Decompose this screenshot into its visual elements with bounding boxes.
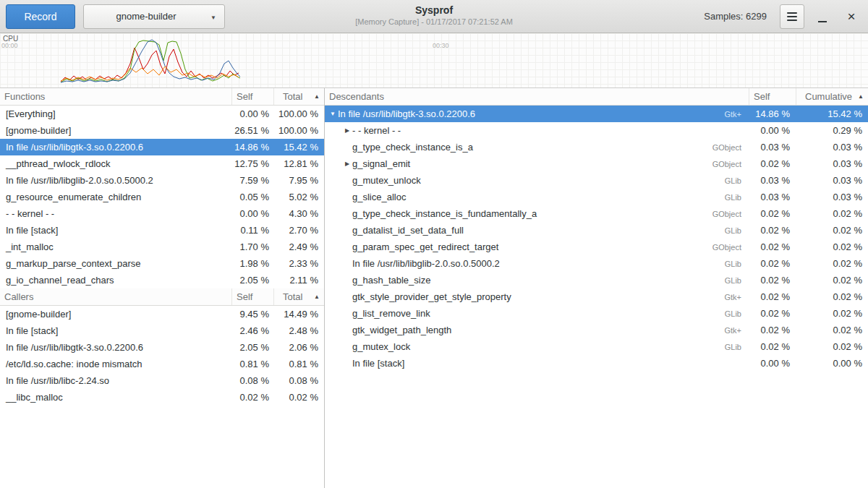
cell-category-label: GLib (698, 309, 749, 318)
cell-function-name: g_markup_parse_context_parse (0, 258, 231, 269)
descendants-table-row[interactable]: g_type_check_instance_is_aGObject0.03 %0… (325, 139, 868, 155)
expander-collapsed-icon[interactable]: ▶ (342, 160, 352, 167)
callers-table-row[interactable]: In file /usr/lib/libc-2.24.so0.08 %0.08 … (0, 372, 324, 389)
column-header-self[interactable]: Self (231, 88, 273, 105)
descendants-table-row[interactable]: g_param_spec_get_redirect_targetGObject0… (325, 239, 868, 255)
column-header-callers[interactable]: Callers (0, 288, 231, 305)
cell-descendant-name: g_type_check_instance_is_fundamentally_a (352, 208, 537, 219)
descendants-table-row[interactable]: g_mutex_lockGLib0.02 %0.02 % (325, 338, 868, 355)
descendants-table-row[interactable]: g_datalist_id_set_data_fullGLib0.02 %0.0… (325, 222, 868, 239)
cell-cumulative-percent: 0.03 % (796, 158, 868, 169)
header-right-controls: Samples: 6299 × (704, 4, 862, 29)
sort-arrow-icon: ▲ (314, 93, 320, 100)
descendants-table-row[interactable]: g_list_remove_linkGLib0.02 %0.02 % (325, 305, 868, 322)
cell-total-percent: 0.08 % (273, 375, 324, 386)
cell-descendant-name-group: g_type_check_instance_is_fundamentally_a (325, 208, 698, 219)
cell-function-name: In file [stack] (0, 225, 231, 236)
cell-function-name: g_io_channel_read_chars (0, 275, 231, 286)
cell-cumulative-percent: 0.02 % (796, 241, 868, 252)
descendants-table-row[interactable]: ▶- - kernel - -0.00 %0.29 % (325, 122, 868, 139)
cell-descendant-name-group: g_list_remove_link (325, 308, 698, 319)
functions-table-row[interactable]: g_io_channel_read_chars2.05 %2.11 % (0, 272, 324, 288)
cell-cumulative-percent: 0.02 % (796, 308, 868, 319)
column-header-functions[interactable]: Functions (0, 88, 231, 105)
hamburger-icon (787, 12, 797, 21)
cell-self-percent: 12.75 % (231, 158, 273, 169)
cell-cumulative-percent: 0.02 % (796, 258, 868, 269)
callers-table-row[interactable]: __libc_malloc0.02 %0.02 % (0, 389, 324, 406)
cell-self-percent: 0.02 % (749, 158, 796, 169)
descendants-table-row[interactable]: In file /usr/lib/libglib-2.0.so.0.5000.2… (325, 255, 868, 272)
cell-descendant-name: g_mutex_lock (352, 341, 410, 352)
functions-table-row[interactable]: __pthread_rwlock_rdlock12.75 %12.81 % (0, 155, 324, 172)
descendants-table-row[interactable]: g_type_check_instance_is_fundamentally_a… (325, 205, 868, 222)
descendants-table-row[interactable]: ▶g_signal_emitGObject0.02 %0.03 % (325, 155, 868, 172)
cell-descendant-name: g_type_check_instance_is_a (352, 142, 473, 153)
cell-self-percent: 0.00 % (749, 125, 796, 136)
callers-table-row[interactable]: [gnome-builder]9.45 %14.49 % (0, 306, 324, 322)
menu-button[interactable] (780, 4, 804, 29)
cpu-usage-graph[interactable]: CPU 00:00 00:30 (0, 33, 868, 88)
column-header-self[interactable]: Self (231, 288, 273, 305)
close-icon: × (847, 9, 855, 24)
expander-collapsed-icon[interactable]: ▶ (342, 127, 352, 134)
cell-descendant-name: g_list_remove_link (352, 308, 430, 319)
descendants-table-row[interactable]: gtk_widget_path_lengthGtk+0.02 %0.02 % (325, 322, 868, 338)
cell-descendant-name: g_hash_table_size (352, 275, 430, 286)
column-header-self[interactable]: Self (749, 88, 796, 105)
header-bar: Record gnome-builder ▼ Sysprof [Memory C… (0, 0, 868, 33)
descendants-table-row[interactable]: ▼In file /usr/lib/libgtk-3.so.0.2200.6Gt… (325, 106, 868, 122)
functions-table-row[interactable]: g_markup_parse_context_parse1.98 %2.33 % (0, 255, 324, 272)
descendants-table-row[interactable]: g_slice_allocGLib0.03 %0.03 % (325, 189, 868, 205)
descendants-table-row[interactable]: g_mutex_unlockGLib0.03 %0.03 % (325, 172, 868, 189)
column-header-descendants[interactable]: Descendants (325, 88, 749, 105)
cell-category-label: Gtk+ (698, 110, 749, 119)
cell-function-name: [gnome-builder] (0, 125, 231, 136)
profile-panels: Functions Self Total ▲ [Everything]0.00 … (0, 88, 868, 488)
expander-open-icon[interactable]: ▼ (328, 111, 338, 117)
functions-table-row[interactable]: In file /usr/lib/libglib-2.0.so.0.5000.2… (0, 172, 324, 189)
cell-descendant-name-group: ▼In file /usr/lib/libgtk-3.so.0.2200.6 (325, 108, 698, 119)
cell-descendant-name: - - kernel - - (352, 125, 401, 136)
cell-cumulative-percent: 0.03 % (796, 175, 868, 186)
column-header-total[interactable]: Total ▲ (273, 288, 324, 305)
cell-self-percent: 14.86 % (231, 142, 273, 153)
functions-table-row[interactable]: - - kernel - -0.00 %4.30 % (0, 205, 324, 222)
cell-category-label: GObject (698, 160, 749, 168)
functions-table-row[interactable]: In file [stack]0.11 %2.70 % (0, 222, 324, 239)
cell-cumulative-percent: 0.03 % (796, 142, 868, 153)
column-header-total[interactable]: Total ▲ (273, 88, 324, 105)
functions-table-row[interactable]: [gnome-builder]26.51 %100.00 % (0, 122, 324, 139)
cell-descendant-name: In file [stack] (352, 358, 404, 369)
process-selector[interactable]: gnome-builder ▼ (83, 4, 225, 29)
descendants-panel: Descendants Self Cumulative ▲ ▼In file /… (325, 88, 868, 488)
cell-descendant-name-group: In file /usr/lib/libglib-2.0.so.0.5000.2 (325, 258, 698, 269)
descendants-table-row[interactable]: In file [stack]0.00 %0.00 % (325, 355, 868, 372)
descendants-table-row[interactable]: gtk_style_provider_get_style_propertyGtk… (325, 288, 868, 305)
cell-self-percent: 0.02 % (749, 291, 796, 302)
cell-total-percent: 2.33 % (273, 258, 324, 269)
functions-table-row[interactable]: In file /usr/lib/libgtk-3.so.0.2200.614.… (0, 139, 324, 155)
functions-table-row[interactable]: [Everything]0.00 %100.00 % (0, 106, 324, 122)
cell-category-label: GLib (698, 260, 749, 268)
cell-self-percent: 2.05 % (231, 275, 273, 286)
functions-table-row[interactable]: _int_malloc1.70 %2.49 % (0, 239, 324, 255)
cell-function-name: In file [stack] (0, 325, 231, 336)
callers-table-row[interactable]: /etc/ld.so.cache: inode mismatch0.81 %0.… (0, 356, 324, 372)
record-button[interactable]: Record (6, 4, 75, 29)
minimize-button[interactable] (812, 6, 833, 27)
cell-self-percent: 0.02 % (749, 341, 796, 352)
cell-function-name: __pthread_rwlock_rdlock (0, 158, 231, 169)
descendants-table-row[interactable]: g_hash_table_sizeGLib0.02 %0.02 % (325, 272, 868, 288)
samples-count: Samples: 6299 (704, 11, 767, 22)
cell-descendant-name: g_mutex_unlock (352, 175, 421, 186)
cell-cumulative-percent: 0.03 % (796, 192, 868, 202)
cell-total-percent: 7.95 % (273, 175, 324, 186)
cell-function-name: In file /usr/lib/libgtk-3.so.0.2200.6 (0, 142, 231, 153)
cell-self-percent: 0.05 % (231, 192, 273, 202)
callers-table-row[interactable]: In file /usr/lib/libgtk-3.so.0.2200.62.0… (0, 339, 324, 356)
close-button[interactable]: × (841, 6, 862, 27)
functions-table-row[interactable]: g_resource_enumerate_children0.05 %5.02 … (0, 189, 324, 205)
column-header-cumulative[interactable]: Cumulative ▲ (796, 88, 868, 105)
callers-table-row[interactable]: In file [stack]2.46 %2.48 % (0, 322, 324, 339)
